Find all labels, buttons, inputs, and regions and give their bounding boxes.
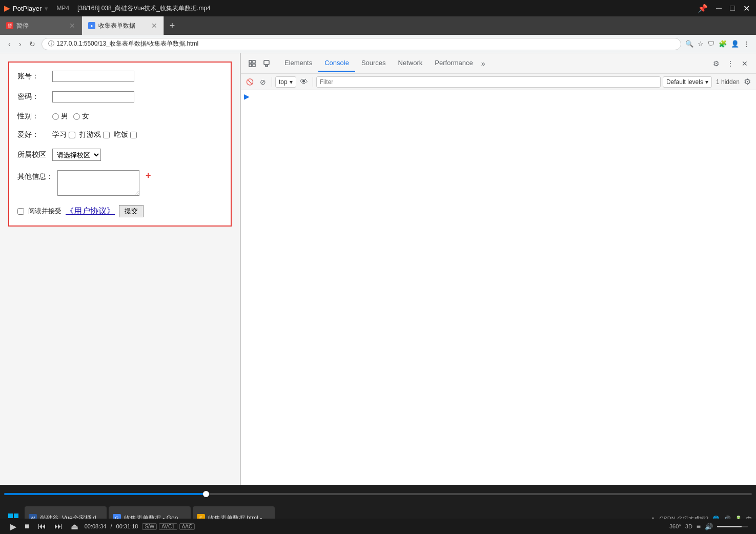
console-content: ▶ (241, 90, 756, 485)
console-block-button[interactable]: ⊘ (257, 76, 269, 88)
svg-rect-1 (249, 64, 252, 67)
tab-performance[interactable]: Performance (428, 55, 479, 72)
tab-favicon-2: ● (88, 22, 95, 29)
tab-sources[interactable]: Sources (355, 55, 392, 72)
title-bar: ▶ PotPlayer ▾ MP4 [38/168] 038_尚硅谷Vue技术_… (0, 0, 756, 16)
devtools-menu-button[interactable]: ⋮ (723, 56, 738, 71)
account-input[interactable] (52, 71, 134, 82)
video-current-time: 00:08:34 (85, 523, 107, 529)
extension-icon[interactable]: 🧩 (719, 40, 727, 48)
play-button[interactable]: ▶ (8, 522, 18, 531)
hobby-eat-label: 吃饭 (114, 130, 128, 139)
next-button[interactable]: ⏭ (52, 522, 65, 531)
submit-row: 阅读并接受 《用户协议》 提交 (17, 205, 222, 217)
other-textarea[interactable] (57, 170, 139, 196)
profile-icon[interactable]: 👤 (731, 40, 739, 48)
svg-rect-4 (264, 60, 269, 65)
hobby-eat-checkbox[interactable] (130, 132, 137, 138)
gender-female-label: 女 (82, 112, 89, 121)
school-select[interactable]: 请选择校区 北京 上海 深圳 武汉 (52, 149, 101, 161)
console-expand-arrow[interactable]: ▶ (243, 91, 251, 101)
video-volume-btn[interactable]: 🔊 (705, 523, 713, 530)
hobby-options: 学习 打游戏 吃饭 (52, 130, 137, 139)
tab-network[interactable]: Network (392, 55, 429, 72)
devtools-device-button[interactable] (259, 56, 274, 71)
password-input[interactable] (52, 91, 134, 102)
taskbar: W 尚硅谷_Vue全家桶.d... G 收集表单数据 - Goo... E 收集… (0, 503, 756, 534)
tab-close-1[interactable]: ✕ (69, 22, 75, 30)
tab-form[interactable]: ● 收集表单数据 ✕ (82, 16, 164, 35)
svg-rect-5 (265, 65, 268, 67)
gender-female-radio[interactable] (73, 113, 80, 120)
bookmark-icon[interactable]: ☆ (698, 40, 704, 48)
other-row: 其他信息： + (17, 170, 222, 196)
console-level-selector[interactable]: Default levels ▾ (663, 76, 712, 88)
agreement-link[interactable]: 《用户协议》 (66, 206, 115, 217)
devtools-inspect-button[interactable] (245, 56, 259, 71)
console-separator-2 (313, 77, 313, 87)
video-progress-bar[interactable] (4, 493, 752, 495)
video-volume-bar[interactable] (717, 526, 748, 527)
pin-button[interactable]: 📌 (696, 3, 710, 14)
prev-button[interactable]: ⏮ (36, 522, 48, 531)
console-clear-button[interactable]: 🚫 (244, 76, 255, 88)
plus-icon: + (146, 170, 151, 181)
console-gear-button[interactable]: ⚙ (742, 76, 753, 88)
menu-icon[interactable]: ⋮ (743, 40, 750, 48)
title-bar-controls: 📌 ─ □ ✕ (696, 3, 752, 14)
forward-button[interactable]: › (17, 38, 24, 50)
video-360-label: 360° (669, 523, 681, 529)
password-label: 密码： (17, 92, 48, 101)
tab-pause[interactable]: 暂 暂停 ✕ (0, 16, 82, 35)
other-label: 其他信息： (17, 170, 53, 181)
video-equalizer-icon[interactable]: ≡ (697, 522, 701, 530)
chevron-down-icon: ▾ (290, 78, 293, 86)
reload-button[interactable]: ↻ (27, 38, 37, 50)
console-context-selector[interactable]: top ▾ (275, 76, 296, 88)
new-tab-button[interactable]: + (164, 16, 180, 35)
browser-tab-bar: 暂 暂停 ✕ ● 收集表单数据 ✕ + (0, 16, 756, 35)
app-logo: ▶ (4, 4, 10, 12)
webpage-panel: 账号： 密码： 性别： 男 女 爱好： (0, 53, 241, 485)
video-tag-avc1: AVC1 (159, 523, 177, 530)
console-filter-input[interactable] (316, 76, 661, 88)
hobby-game-checkbox[interactable] (103, 132, 110, 138)
tab-console[interactable]: Console (318, 55, 355, 72)
tab-close-2[interactable]: ✕ (151, 22, 157, 30)
gender-male-radio[interactable] (52, 113, 59, 120)
tab-label-1: 暂停 (16, 22, 29, 30)
devtools-close-button[interactable]: ✕ (738, 56, 752, 71)
zoom-icon[interactable]: 🔍 (685, 40, 693, 48)
form-container: 账号： 密码： 性别： 男 女 爱好： (8, 61, 232, 227)
hobby-study-checkbox[interactable] (69, 132, 75, 138)
video-progress-fill (4, 493, 206, 495)
console-level-value: Default levels (666, 78, 703, 86)
close-button[interactable]: ✕ (741, 3, 752, 14)
address-bar-icons: 🔍 ☆ 🛡 🧩 👤 ⋮ (685, 40, 750, 48)
app-name: PotPlayer (13, 5, 42, 12)
devtools-more-tabs[interactable]: » (479, 55, 487, 72)
console-context-value: top (279, 78, 288, 86)
console-toolbar: 🚫 ⊘ top ▾ 👁 Default levels ▾ 1 hidden ⚙ (241, 74, 756, 90)
video-tags: S/W AVC1 AAC (142, 523, 195, 530)
console-eye-button[interactable]: 👁 (298, 76, 310, 88)
video-volume-fill (717, 526, 742, 527)
minimize-button[interactable]: ─ (714, 3, 724, 14)
tab-elements[interactable]: Elements (278, 55, 318, 72)
video-progress-thumb[interactable] (203, 491, 209, 497)
agreement-text: 阅读并接受 (28, 207, 62, 216)
back-button[interactable]: ‹ (6, 38, 13, 50)
restore-button[interactable]: □ (728, 3, 737, 14)
submit-button[interactable]: 提交 (119, 205, 144, 217)
shield-icon[interactable]: 🛡 (708, 40, 714, 48)
hobby-game-label: 打游戏 (79, 130, 101, 139)
video-3d-label: 3D (685, 523, 692, 529)
url-bar[interactable]: ⓘ 127.0.0.1:5500/13_收集表单数据/收集表单数据.html (42, 38, 681, 50)
account-row: 账号： (17, 71, 222, 82)
stop-button[interactable]: ■ (23, 522, 32, 531)
agreement-checkbox[interactable] (17, 208, 24, 215)
eject-button[interactable]: ⏏ (69, 522, 80, 531)
devtools-settings-button[interactable]: ⚙ (709, 56, 723, 71)
devtools-divider (276, 58, 276, 69)
tab-label-2: 收集表单数据 (98, 22, 135, 30)
